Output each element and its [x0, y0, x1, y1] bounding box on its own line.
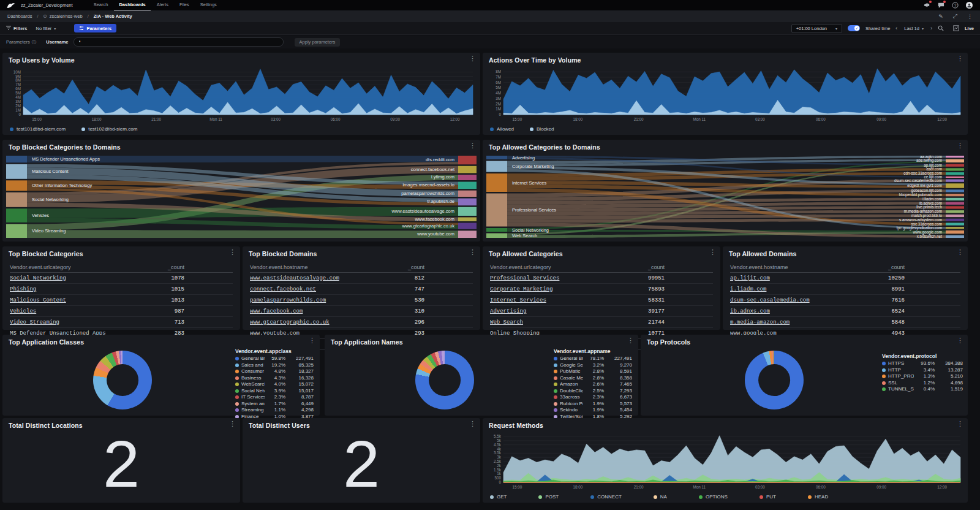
- legend-item[interactable]: Casale Media2.8%8,358: [554, 375, 632, 382]
- legend-item[interactable]: HEAD: [808, 494, 828, 500]
- legend-item[interactable]: HTTP3.4%13,287: [882, 367, 963, 374]
- panel-menu-icon[interactable]: ⋮: [469, 142, 476, 149]
- legend-item[interactable]: Sales and Marketing19.2%85,325: [235, 362, 314, 369]
- announcement-icon[interactable]: [924, 2, 930, 9]
- panel-menu-icon[interactable]: ⋮: [957, 249, 963, 256]
- column-header[interactable]: Vendor.event.urlcategory: [490, 264, 622, 270]
- panel-menu-icon[interactable]: ⋮: [627, 337, 634, 344]
- table-link[interactable]: Malicious Content: [10, 297, 141, 303]
- table-link[interactable]: Phishing: [10, 286, 141, 292]
- legend-item[interactable]: Amazon2.6%7,465: [554, 381, 632, 388]
- breadcrumb-pack[interactable]: zscaler/nss-web: [50, 13, 83, 19]
- legend-item[interactable]: Blocked: [530, 126, 554, 132]
- legend-item[interactable]: GET: [490, 494, 507, 500]
- column-header[interactable]: Vendor.event.hostname: [250, 264, 382, 270]
- legend-item[interactable]: System and Development1.7%6,449: [235, 401, 314, 408]
- legend-item[interactable]: TUNNEL_SSL0.4%1,519: [882, 386, 963, 393]
- nav-item-alerts[interactable]: Alerts: [152, 0, 173, 10]
- legend-item[interactable]: Streaming Media1.1%4,298: [235, 407, 314, 414]
- live-label[interactable]: Live: [965, 26, 974, 31]
- legend-item[interactable]: PubMatic2.8%8,591: [554, 368, 632, 375]
- table-link[interactable]: Video Streaming: [10, 319, 141, 325]
- help-icon[interactable]: ?: [952, 2, 959, 9]
- panel-menu-icon[interactable]: ⋮: [709, 249, 716, 256]
- panel-menu-icon[interactable]: ⋮: [957, 421, 963, 427]
- legend-item[interactable]: test101@bd-siem.com: [10, 126, 66, 132]
- live-icon[interactable]: [953, 25, 959, 31]
- legend-item[interactable]: General Browsing78.1%227,491: [554, 356, 632, 362]
- chat-icon[interactable]: [938, 2, 944, 9]
- panel-menu-icon[interactable]: ⋮: [957, 337, 963, 344]
- table-link[interactable]: pamelasparrowchilds.com: [250, 297, 382, 303]
- panel-menu-icon[interactable]: ⋮: [229, 249, 236, 256]
- legend-item[interactable]: Social Networking3.9%15,017: [235, 388, 314, 395]
- kebab-menu-icon[interactable]: ⋮: [967, 13, 973, 20]
- legend-item[interactable]: Allowed: [490, 126, 514, 132]
- filters-label[interactable]: Filters: [6, 26, 28, 31]
- apply-parameters-button[interactable]: Apply parameters: [295, 38, 341, 47]
- nav-item-search[interactable]: Search: [89, 0, 113, 10]
- legend-item[interactable]: WebSearch4.0%15,072: [235, 381, 314, 388]
- legend-item[interactable]: HTTP_PROXY1.3%5,210: [882, 373, 963, 380]
- table-link[interactable]: i.liadm.com: [730, 286, 862, 292]
- legend-item[interactable]: Consumer Apps4.8%18,327: [235, 368, 314, 375]
- parameters-button[interactable]: Parameters: [74, 24, 116, 32]
- column-header[interactable]: _count: [622, 264, 665, 270]
- panel-menu-icon[interactable]: ⋮: [469, 421, 476, 427]
- table-link[interactable]: Internet Services: [490, 297, 622, 303]
- legend-item[interactable]: test102@bd-siem.com: [81, 126, 137, 132]
- column-header[interactable]: _count: [141, 264, 184, 270]
- user-avatar[interactable]: [966, 2, 973, 9]
- table-link[interactable]: ap.lijit.com: [730, 275, 862, 281]
- time-range-select[interactable]: Last 1d▾: [903, 26, 925, 31]
- shared-time-toggle[interactable]: ✓: [848, 25, 860, 31]
- table-link[interactable]: www.facebook.com: [250, 308, 382, 314]
- panel-menu-icon[interactable]: ⋮: [469, 249, 476, 256]
- legend-item[interactable]: HTTPS93.6%384,388: [882, 360, 963, 367]
- legend-item[interactable]: General Browsing59.8%227,491: [235, 356, 314, 362]
- legend-item[interactable]: IT Services2.3%8,787: [235, 394, 314, 401]
- timezone-select[interactable]: +01:00 London▾: [791, 24, 842, 33]
- fullscreen-icon[interactable]: ⤢: [953, 13, 957, 20]
- legend-item[interactable]: DoubleClick2.5%7,293: [554, 388, 632, 395]
- breadcrumb-dashboards[interactable]: Dashboards: [7, 13, 32, 19]
- legend-item[interactable]: Rubicon Project1.9%5,573: [554, 401, 632, 408]
- table-link[interactable]: www.gtcartographic.co.uk: [250, 319, 382, 325]
- column-header[interactable]: _count: [382, 264, 424, 270]
- username-input[interactable]: [74, 37, 284, 47]
- table-link[interactable]: Corporate Marketing: [490, 286, 622, 292]
- table-link[interactable]: Advertising: [490, 308, 622, 314]
- panel-menu-icon[interactable]: ⋮: [957, 55, 963, 62]
- column-header[interactable]: Vendor.event.urlcategory: [10, 264, 141, 270]
- legend-item[interactable]: PUT: [760, 494, 776, 500]
- table-link[interactable]: dsum-sec.casalemedia.com: [730, 297, 862, 303]
- legend-item[interactable]: 33across2.3%6,673: [554, 394, 632, 401]
- time-back-button[interactable]: ‹: [895, 26, 897, 31]
- nav-item-files[interactable]: Files: [175, 0, 194, 10]
- table-link[interactable]: Professional Services: [490, 275, 622, 281]
- time-forward-button[interactable]: ›: [930, 26, 932, 31]
- legend-item[interactable]: NA: [654, 494, 667, 500]
- table-link[interactable]: ib.adnxs.com: [730, 308, 862, 314]
- nav-item-settings[interactable]: Settings: [195, 0, 222, 10]
- edit-icon[interactable]: ✎: [938, 13, 943, 20]
- legend-item[interactable]: OPTIONS: [699, 494, 728, 500]
- column-header[interactable]: _count: [862, 264, 905, 270]
- panel-menu-icon[interactable]: ⋮: [229, 421, 236, 427]
- filter-select[interactable]: No filter▾: [32, 25, 60, 32]
- panel-menu-icon[interactable]: ⋮: [469, 55, 476, 62]
- table-link[interactable]: m.media-amazon.com: [730, 319, 862, 325]
- legend-item[interactable]: Business4.3%16,328: [235, 375, 314, 382]
- table-link[interactable]: Vehicles: [10, 308, 141, 314]
- column-header[interactable]: Vendor.event.hostname: [730, 264, 862, 270]
- search-zoom-icon[interactable]: [938, 25, 944, 31]
- table-link[interactable]: connect.facebook.net: [250, 286, 382, 292]
- legend-item[interactable]: Google Search3.2%9,270: [554, 362, 632, 369]
- legend-item[interactable]: POST: [538, 494, 559, 500]
- table-link[interactable]: Web Search: [490, 319, 622, 325]
- table-link[interactable]: www.eastsideautosalvage.com: [250, 275, 382, 281]
- legend-item[interactable]: SSL1.2%4,698: [882, 380, 963, 387]
- legend-item[interactable]: Sekindo1.9%5,454: [554, 407, 632, 414]
- nav-item-dashboards[interactable]: Dashboards: [114, 0, 150, 11]
- table-link[interactable]: Social Networking: [10, 275, 141, 281]
